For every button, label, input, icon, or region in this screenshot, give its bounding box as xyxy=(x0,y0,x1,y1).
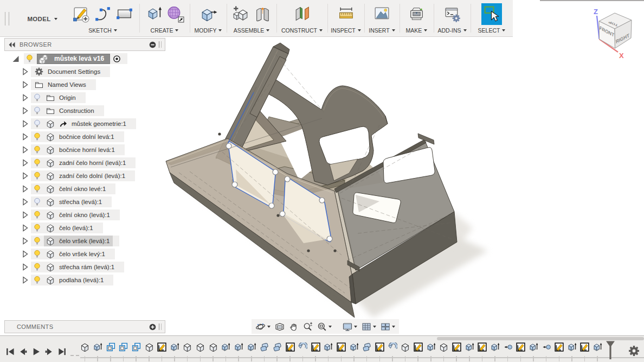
visibility-bulb-icon[interactable] xyxy=(33,198,41,207)
browser-item-15[interactable]: čelo vršek levý:1 xyxy=(4,247,165,261)
timeline-feature-extrude[interactable] xyxy=(424,342,437,362)
visibility-bulb-icon[interactable] xyxy=(33,211,41,220)
display-settings-tool[interactable] xyxy=(343,322,357,332)
timeline-feature-join[interactable] xyxy=(258,342,271,362)
fit-tool[interactable] xyxy=(317,322,332,332)
browser-item-7[interactable]: bočnice horní levá:1 xyxy=(4,143,165,156)
visibility-bulb-icon[interactable] xyxy=(33,250,41,259)
toolbar-grip[interactable] xyxy=(5,12,9,26)
press-pull-button[interactable] xyxy=(199,5,217,24)
browser-item-10[interactable]: čelní okno levé:1 xyxy=(4,182,165,195)
timeline-feature-component[interactable] xyxy=(207,342,220,362)
expand-triangle-icon[interactable] xyxy=(22,68,28,75)
go-to-start-button[interactable] xyxy=(5,347,15,357)
browser-item-12[interactable]: čelní okno (levá):1 xyxy=(4,208,165,221)
timeline-feature-mirror[interactable] xyxy=(297,342,310,362)
expand-triangle-icon[interactable] xyxy=(22,172,28,180)
timeline-feature-sketch[interactable] xyxy=(450,342,463,362)
browser-item-root[interactable]: můstek levá v16 xyxy=(4,52,165,65)
timeline-settings-gear-icon[interactable] xyxy=(628,345,640,357)
expand-triangle-icon[interactable] xyxy=(22,133,28,141)
expand-triangle-icon[interactable] xyxy=(22,185,28,193)
rectangle-button[interactable] xyxy=(115,5,133,24)
workspace-dropdown[interactable]: MODEL xyxy=(22,14,63,24)
new-component-button[interactable] xyxy=(232,5,250,24)
timeline-feature-component[interactable] xyxy=(79,342,92,362)
browser-item-5[interactable]: můstek geometrie:1 xyxy=(4,117,165,130)
browser-item-17[interactable]: podlaha (levá):1 xyxy=(4,274,165,287)
timeline-feature-extrude[interactable] xyxy=(565,342,578,362)
timeline-feature-extrude[interactable] xyxy=(168,342,181,362)
timeline-feature-component-pattern[interactable] xyxy=(130,342,143,362)
visibility-bulb-icon[interactable] xyxy=(33,224,41,233)
timeline-feature-sketch[interactable] xyxy=(514,342,527,362)
step-forward-button[interactable] xyxy=(44,347,54,357)
timeline-feature-mirror[interactable] xyxy=(386,342,399,362)
browser-item-16[interactable]: střecha rám (levá):1 xyxy=(4,261,165,274)
expand-triangle-icon[interactable] xyxy=(22,146,28,154)
browser-item-11[interactable]: střecha (levá):1 xyxy=(4,195,165,208)
timeline-feature-component-pattern[interactable] xyxy=(104,342,117,362)
insert-image-button[interactable] xyxy=(373,5,391,24)
timeline-feature-extrude[interactable] xyxy=(92,342,105,362)
visibility-bulb-icon[interactable] xyxy=(33,185,41,194)
create-sketch-button[interactable] xyxy=(72,5,90,24)
timeline-feature-sketch[interactable] xyxy=(412,342,425,362)
timeline-feature-component[interactable] xyxy=(143,342,156,362)
orbit-tool[interactable] xyxy=(255,322,271,332)
timeline-feature-component[interactable] xyxy=(194,342,207,362)
visibility-bulb-icon[interactable] xyxy=(26,54,33,63)
visibility-bulb-icon[interactable] xyxy=(33,93,41,103)
expand-triangle-icon[interactable] xyxy=(12,55,19,62)
zoom-tool[interactable] xyxy=(303,322,313,332)
timeline-feature-join[interactable] xyxy=(360,342,373,362)
timeline-feature-component[interactable] xyxy=(437,342,450,362)
toolbar-group-dropdown[interactable]: ADD-INS xyxy=(434,27,471,34)
print-3d-button[interactable] xyxy=(408,5,426,24)
toolbar-group-dropdown[interactable]: ASSEMBLE xyxy=(227,27,276,34)
timeline-feature-sketch[interactable] xyxy=(553,342,566,362)
expand-triangle-icon[interactable] xyxy=(22,224,28,232)
timeline-feature-extrude[interactable] xyxy=(463,342,476,362)
toolbar-group-dropdown[interactable]: CREATE xyxy=(139,27,190,34)
add-comment-icon[interactable] xyxy=(149,323,156,331)
toolbar-group-dropdown[interactable]: CONSTRUCT xyxy=(276,27,327,34)
timeline-feature-extrude[interactable] xyxy=(220,342,233,362)
visibility-bulb-icon[interactable] xyxy=(33,106,41,116)
timeline-feature-component[interactable] xyxy=(399,342,412,362)
comments-scroll-handle[interactable] xyxy=(159,323,162,330)
toolbar-group-dropdown[interactable]: SELECT xyxy=(471,27,513,34)
expand-triangle-icon[interactable] xyxy=(22,237,28,245)
browser-item-8[interactable]: zadní čelo horní (levá):1 xyxy=(4,156,165,169)
timeline-feature-move[interactable] xyxy=(540,342,553,362)
browser-item-6[interactable]: bočnice dolní levá:1 xyxy=(4,130,165,143)
construction-plane-button[interactable] xyxy=(293,5,311,24)
browser-item-4[interactable]: Construction xyxy=(4,104,165,117)
browser-item-2[interactable]: Named Views xyxy=(4,78,165,91)
browser-scroll-handle[interactable] xyxy=(159,41,162,48)
form-button[interactable] xyxy=(166,5,184,24)
grid-layout-tool[interactable] xyxy=(362,322,376,332)
play-button[interactable] xyxy=(31,347,41,357)
browser-item-13[interactable]: čelo (levá):1 xyxy=(4,221,165,234)
selected-document-chip[interactable]: můstek levá v16 xyxy=(37,54,110,64)
timeline-feature-sketch[interactable] xyxy=(284,342,297,362)
expand-triangle-icon[interactable] xyxy=(22,94,28,101)
visibility-bulb-icon[interactable] xyxy=(33,119,41,129)
expand-triangle-icon[interactable] xyxy=(22,81,28,88)
timeline-feature-sketch[interactable] xyxy=(156,342,169,362)
visibility-bulb-icon[interactable] xyxy=(33,132,41,142)
expand-triangle-icon[interactable] xyxy=(22,159,28,167)
pan-tool[interactable] xyxy=(289,322,299,332)
browser-item-1[interactable]: Document Settings xyxy=(4,65,165,78)
timeline-feature-extrude[interactable] xyxy=(245,342,258,362)
visibility-bulb-icon[interactable] xyxy=(33,276,41,285)
expand-triangle-icon[interactable] xyxy=(22,107,28,115)
timeline-feature-extrude[interactable] xyxy=(322,342,335,362)
timeline-feature-sketch[interactable] xyxy=(335,342,348,362)
browser-item-14[interactable]: čelo vršek (levá):1 xyxy=(4,234,165,247)
toolbar-group-dropdown[interactable]: INSPECT xyxy=(327,27,364,34)
select-cursor-button[interactable] xyxy=(481,3,502,25)
look-at-tool[interactable] xyxy=(275,322,285,332)
timeline-feature-extrude[interactable] xyxy=(347,342,360,362)
